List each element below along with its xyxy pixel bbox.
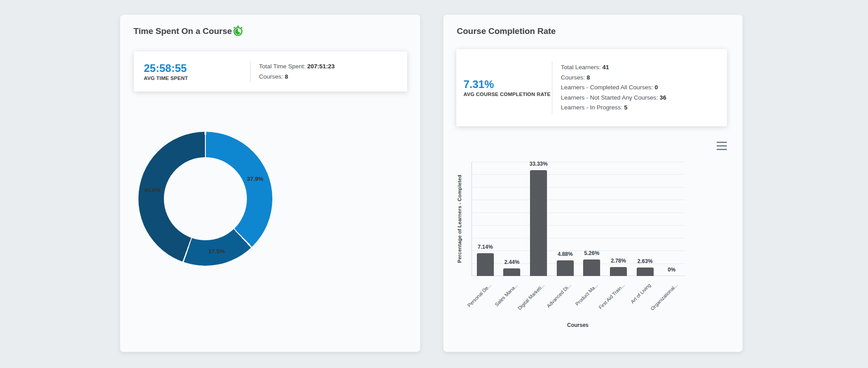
hamburger-menu-icon: [717, 149, 727, 150]
bar-value-label: 7.14%: [478, 244, 493, 250]
bar-First Aid Train...[interactable]: [610, 267, 627, 276]
chart-context-menu-button[interactable]: [717, 142, 727, 150]
stat-detail-line: Total Time Spent: 207:51:23: [259, 61, 335, 71]
stat-detail-line: Courses: 8: [561, 73, 666, 83]
x-axis-category-label: First Aid Train...: [597, 282, 626, 310]
x-axis-category-label: Art of Living: [630, 282, 652, 305]
avg-time-spent-label: AVG TIME SPENT: [144, 75, 250, 81]
gridline: [472, 225, 685, 226]
bar-Product Ma...[interactable]: [583, 259, 600, 276]
avg-completion-rate-label: AVG COURSE COMPLETION RATE: [463, 92, 552, 97]
x-axis-category-label: Sales Mana...: [494, 282, 519, 307]
time-spent-card-title: Time Spent On a Course: [134, 25, 243, 37]
reports-dashboard: { "colors": { "page_bg": "#e9edf0", "car…: [0, 0, 868, 368]
avg-time-spent-stat: 25:58:55 AVG TIME SPENT: [134, 51, 250, 92]
stat-detail-line: Courses: 8: [259, 71, 335, 82]
bar-value-label: 5.26%: [584, 250, 599, 256]
course-completion-card: Course Completion Rate 7.31% AVG COURSE …: [443, 15, 743, 352]
bar-Advanced Di...[interactable]: [557, 260, 574, 276]
course-completion-stats-box: 7.31% AVG COURSE COMPLETION RATE Total L…: [456, 49, 727, 126]
donut-hole: [164, 157, 247, 240]
course-completion-title-text: Course Completion Rate: [457, 25, 556, 37]
bar-value-label: 2.78%: [611, 258, 626, 264]
bar-value-label: 4.88%: [558, 251, 573, 257]
bar-value-label: 2.44%: [504, 259, 519, 265]
avg-time-spent-value: 25:58:55: [144, 63, 250, 74]
time-spent-stats-box: 25:58:55 AVG TIME SPENT Total Time Spent…: [134, 51, 407, 92]
bar-Sales Mana...[interactable]: [503, 268, 520, 276]
gridline: [472, 238, 685, 238]
course-completion-detail-list: Total Learners: 41Courses: 8Learners - C…: [552, 49, 666, 126]
gridline: [472, 200, 685, 200]
course-completion-card-title: Course Completion Rate: [457, 25, 556, 37]
stat-detail-line: Learners - Not Started Any Courses: 36: [561, 93, 666, 103]
bar-value-label: 33.33%: [530, 161, 548, 167]
gridline: [472, 187, 685, 188]
bar-Art of Living[interactable]: [637, 268, 654, 276]
bar-Personal De...[interactable]: [477, 253, 494, 276]
stopwatch-icon: [233, 25, 243, 36]
x-axis-category-label: Organizational...: [650, 282, 679, 311]
x-axis-category-label: Product Ma...: [574, 282, 599, 307]
gridline: [472, 162, 685, 162]
hamburger-menu-icon: [717, 145, 727, 146]
donut-slice-label: 44.6%: [144, 186, 161, 193]
avg-completion-rate-value: 7.31%: [463, 79, 552, 90]
time-spent-title-text: Time Spent On a Course: [134, 25, 232, 37]
avg-completion-rate-stat: 7.31% AVG COURSE COMPLETION RATE: [456, 49, 552, 126]
gridline: [472, 213, 685, 213]
bar-chart-x-axis-labels: Personal De...Sales Mana...Digital Marke…: [472, 277, 684, 326]
stat-detail-line: Learners - Completed All Courses: 0: [561, 83, 666, 93]
donut-slice-label: 17.5%: [209, 248, 225, 255]
time-spent-donut-chart[interactable]: 37.9%17.5%44.6%: [138, 132, 272, 266]
bar-chart-y-axis-title: Percentage of Learners - Completed: [457, 175, 462, 263]
bar-value-label: 2.63%: [638, 258, 653, 264]
x-axis-category-label: Digital Marketi...: [517, 282, 545, 311]
time-spent-card: Time Spent On a Course 25:58:55 AVG TIME…: [120, 15, 420, 352]
donut-slice-label: 37.9%: [247, 176, 263, 182]
gridline: [472, 174, 685, 175]
x-axis-category-label: Advanced Di...: [546, 282, 572, 309]
hamburger-menu-icon: [717, 142, 727, 143]
gridline: [472, 251, 685, 251]
stat-detail-line: Learners - In Progress: 5: [561, 103, 666, 113]
time-spent-detail-list: Total Time Spent: 207:51:23Courses: 8: [250, 51, 335, 92]
x-axis-category-label: Personal De...: [467, 282, 492, 308]
bar-value-label: 0%: [668, 267, 676, 273]
stat-detail-line: Total Learners: 41: [561, 63, 666, 73]
bar-Digital Marketi...[interactable]: [530, 170, 547, 276]
bar-chart-x-axis-title: Courses: [567, 322, 588, 328]
completion-rate-bar-chart: 7.14%2.44%33.33%4.88%5.26%2.78%2.63%0%: [472, 162, 685, 276]
